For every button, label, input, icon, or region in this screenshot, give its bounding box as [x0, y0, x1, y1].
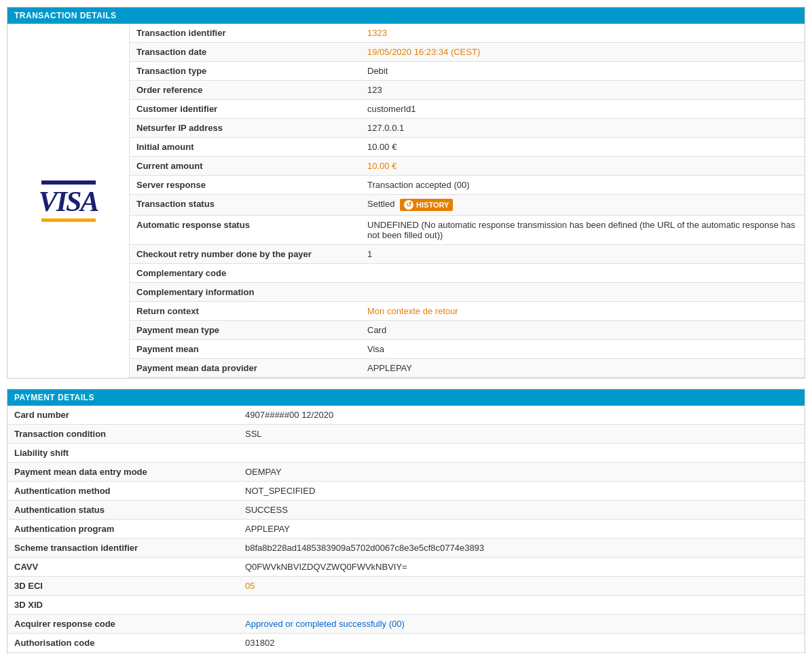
field-value: OEMPAY: [238, 463, 805, 482]
field-value: Visa: [361, 340, 805, 359]
table-row: Payment mean data entry modeOEMPAY: [7, 463, 805, 482]
field-value: Mon contexte de retour: [361, 302, 805, 321]
table-row: Initial amount10.00 €: [130, 138, 805, 157]
field-label: Automatic response status: [130, 216, 361, 245]
field-label: Acquirer response code: [7, 615, 238, 634]
field-value: UNDEFINED (No automatic response transmi…: [361, 216, 805, 245]
transaction-details-table-cell: Transaction identifier1323Transaction da…: [130, 24, 805, 378]
table-row: Netsurfer IP address127.0.0.1: [130, 119, 805, 138]
table-row: Authentication statusSUCCESS: [7, 501, 805, 520]
visa-bar-top: [41, 180, 96, 185]
field-label: Payment mean data entry mode: [7, 463, 238, 482]
field-value: 1: [361, 245, 805, 264]
table-row: Payment mean typeCard: [130, 321, 805, 340]
field-value: [238, 444, 805, 463]
field-value: 031802: [238, 634, 805, 653]
field-label: Authentication status: [7, 501, 238, 520]
field-value: customerId1: [361, 100, 805, 119]
visa-bar-bottom: [41, 218, 96, 222]
field-value: SSL: [238, 425, 805, 444]
table-row: Transaction typeDebit: [130, 62, 805, 81]
payment-section: PAYMENT DETAILS Card number4907#####00 1…: [7, 389, 805, 654]
table-row: Current amount10.00 €: [130, 157, 805, 176]
transaction-section-header: TRANSACTION DETAILS: [7, 7, 805, 24]
field-label: Transaction status: [130, 195, 361, 216]
table-row: Order reference123: [130, 81, 805, 100]
field-value: APPLEPAY: [361, 359, 805, 378]
table-row: 3D ECI05: [7, 577, 805, 596]
field-value: [361, 283, 805, 302]
field-value: 10.00 €: [361, 138, 805, 157]
field-label: Server response: [130, 176, 361, 195]
field-value: 127.0.0.1: [361, 119, 805, 138]
table-row: Complementary code: [130, 264, 805, 283]
field-value: 123: [361, 81, 805, 100]
table-row: Authentication methodNOT_SPECIFIED: [7, 482, 805, 501]
field-value: 4907#####00 12/2020: [238, 406, 805, 425]
field-value: Debit: [361, 62, 805, 81]
field-value: Card: [361, 321, 805, 340]
table-row: 3D XID: [7, 596, 805, 615]
table-row: Return contextMon contexte de retour: [130, 302, 805, 321]
field-label: Initial amount: [130, 138, 361, 157]
visa-logo-cell: VISA: [7, 24, 130, 378]
payment-section-header: PAYMENT DETAILS: [7, 389, 805, 406]
table-row: Transaction statusSettled ↺HISTORY: [130, 195, 805, 216]
field-value: [361, 264, 805, 283]
table-row: Checkout retry number done by the payer1: [130, 245, 805, 264]
table-row: Scheme transaction identifierb8fa8b228ad…: [7, 539, 805, 558]
field-value: 10.00 €: [361, 157, 805, 176]
field-label: Checkout retry number done by the payer: [130, 245, 361, 264]
table-row: Server responseTransaction accepted (00): [130, 176, 805, 195]
field-label: Transaction condition: [7, 425, 238, 444]
field-label: 3D ECI: [7, 577, 238, 596]
field-label: CAVV: [7, 558, 238, 577]
table-row: Complementary information: [130, 283, 805, 302]
field-value: Approved or completed successfully (00): [238, 615, 805, 634]
field-value: Settled ↺HISTORY: [361, 195, 805, 216]
field-label: Scheme transaction identifier: [7, 539, 238, 558]
table-row: Automatic response statusUNDEFINED (No a…: [130, 216, 805, 245]
field-label: Complementary code: [130, 264, 361, 283]
transaction-section: TRANSACTION DETAILS VISA Transaction ide…: [7, 7, 805, 379]
field-label: Order reference: [130, 81, 361, 100]
field-value: [238, 596, 805, 615]
field-label: Customer identifier: [130, 100, 361, 119]
field-label: Transaction type: [130, 62, 361, 81]
table-row: Customer identifiercustomerId1: [130, 100, 805, 119]
field-label: 3D XID: [7, 596, 238, 615]
field-value: 05: [238, 577, 805, 596]
table-row: Payment meanVisa: [130, 340, 805, 359]
table-row: CAVVQ0FWVkNBVIZDQVZWQ0FWVkNBVIY=: [7, 558, 805, 577]
field-label: Card number: [7, 406, 238, 425]
field-label: Complementary information: [130, 283, 361, 302]
table-row: Transaction conditionSSL: [7, 425, 805, 444]
field-value: b8fa8b228ad1485383909a5702d0067c8e3e5cf8…: [238, 539, 805, 558]
table-row: Card number4907#####00 12/2020: [7, 406, 805, 425]
field-value: Transaction accepted (00): [361, 176, 805, 195]
table-row: Transaction date19/05/2020 16:23:34 (CES…: [130, 43, 805, 62]
field-label: Netsurfer IP address: [130, 119, 361, 138]
field-label: Transaction identifier: [130, 24, 361, 43]
field-value: Q0FWVkNBVIZDQVZWQ0FWVkNBVIY=: [238, 558, 805, 577]
field-label: Payment mean type: [130, 321, 361, 340]
field-label: Liability shift: [7, 444, 238, 463]
page-wrapper: TRANSACTION DETAILS VISA Transaction ide…: [0, 0, 812, 654]
table-row: Payment mean data providerAPPLEPAY: [130, 359, 805, 378]
table-row: Liability shift: [7, 444, 805, 463]
field-label: Authorisation code: [7, 634, 238, 653]
field-value: SUCCESS: [238, 501, 805, 520]
field-label: Current amount: [130, 157, 361, 176]
field-label: Authentication program: [7, 520, 238, 539]
field-label: Authentication method: [7, 482, 238, 501]
field-value: NOT_SPECIFIED: [238, 482, 805, 501]
field-value: APPLEPAY: [238, 520, 805, 539]
field-label: Payment mean data provider: [130, 359, 361, 378]
field-value: 19/05/2020 16:23:34 (CEST): [361, 43, 805, 62]
table-row: Acquirer response codeApproved or comple…: [7, 615, 805, 634]
field-value: 1323: [361, 24, 805, 43]
table-row: Transaction identifier1323: [130, 24, 805, 43]
field-label: Return context: [130, 302, 361, 321]
table-row: Authorisation code031802: [7, 634, 805, 653]
payment-details-table: Card number4907#####00 12/2020Transactio…: [7, 406, 805, 654]
